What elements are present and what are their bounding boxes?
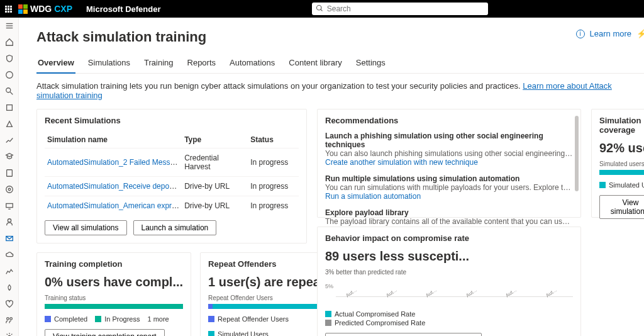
intro-text: Attack simulation training lets you run … bbox=[36, 81, 644, 100]
actions-icon[interactable] bbox=[4, 103, 14, 112]
hunting-icon[interactable] bbox=[4, 87, 14, 96]
brand-text-2: CXP bbox=[54, 4, 72, 14]
sim-link[interactable]: AutomatedSimulation_2 Failed Messages bbox=[47, 158, 182, 167]
recommendations-card: Recommendations Launch a phishing simula… bbox=[317, 109, 581, 218]
cloud-icon[interactable] bbox=[4, 250, 14, 259]
tab-reports[interactable]: Reports bbox=[186, 54, 218, 73]
learn-more-link[interactable]: Learn more bbox=[590, 29, 631, 38]
microsoft-logo-icon bbox=[18, 4, 28, 14]
chart-label: Simulated users bbox=[599, 160, 644, 167]
svg-point-5 bbox=[6, 72, 13, 79]
menu-icon[interactable] bbox=[4, 21, 14, 30]
view-training-report-button[interactable]: View training completion report bbox=[45, 329, 165, 336]
recommendation-item: Launch a phishing simulation using other… bbox=[325, 132, 573, 167]
sim-link[interactable]: AutomatedSimulation_American express pas… bbox=[47, 201, 182, 210]
assets-icon[interactable] bbox=[4, 185, 14, 194]
lightning-icon[interactable]: ⚡ bbox=[636, 29, 644, 38]
card-title: Training completion bbox=[45, 259, 183, 269]
svg-point-10 bbox=[6, 186, 13, 193]
page-title: Attack simulation training bbox=[36, 29, 644, 45]
settings-icon[interactable] bbox=[4, 332, 14, 336]
card-title: Simulation coverage bbox=[599, 116, 644, 135]
training-bar-chart bbox=[45, 304, 183, 309]
reports-icon[interactable] bbox=[4, 267, 14, 276]
behavior-line-chart bbox=[336, 279, 573, 297]
legend-item: Simulated Users bbox=[208, 330, 269, 336]
tab-training[interactable]: Training bbox=[143, 54, 174, 73]
svg-point-0 bbox=[316, 6, 321, 11]
tab-simulations[interactable]: Simulations bbox=[87, 54, 131, 73]
rec-link[interactable]: Create another simulation with new techn… bbox=[325, 158, 573, 167]
left-nav-rail bbox=[0, 18, 19, 336]
view-all-simulations-button[interactable]: View all simulations bbox=[45, 220, 127, 235]
chart-label: Training status bbox=[45, 294, 183, 301]
tab-content-library[interactable]: Content library bbox=[287, 54, 343, 73]
home-icon[interactable] bbox=[4, 38, 14, 47]
health-icon[interactable] bbox=[4, 300, 14, 308]
tab-settings[interactable]: Settings bbox=[355, 54, 387, 73]
svg-point-16 bbox=[6, 318, 9, 320]
legend-item: Repeat Offender Users bbox=[208, 315, 289, 323]
card-title: Recommendations bbox=[325, 116, 573, 125]
legend-item: Actual Compromised Rate bbox=[325, 310, 573, 318]
alert-icon[interactable] bbox=[4, 70, 14, 79]
score-icon[interactable] bbox=[4, 136, 14, 145]
coverage-bar-chart bbox=[599, 170, 644, 175]
legend-item: Predicted Compromised Rate bbox=[325, 319, 573, 327]
tab-overview[interactable]: Overview bbox=[36, 54, 75, 74]
simulation-coverage-card: Simulation coverage 92% users Simulated … bbox=[591, 109, 644, 218]
legend-item: Completed bbox=[45, 315, 87, 323]
app-name: Microsoft Defender bbox=[86, 4, 160, 14]
svg-point-11 bbox=[8, 188, 11, 191]
y-axis-label: 5% bbox=[325, 278, 333, 289]
info-icon: i bbox=[576, 30, 585, 38]
recent-simulations-card: Recent Simulations Simulation name Type … bbox=[36, 109, 307, 244]
metric-headline: 0% users have compl... bbox=[45, 275, 183, 289]
recent-simulations-table: Simulation name Type Status AutomatedSim… bbox=[45, 132, 299, 215]
legend-more[interactable]: 1 more bbox=[147, 315, 169, 323]
recommendation-item: Run multiple simulations using simulatio… bbox=[325, 174, 573, 201]
search-input[interactable] bbox=[312, 3, 488, 15]
audit-icon[interactable] bbox=[4, 283, 14, 292]
tabs: Overview Simulations Training Reports Au… bbox=[36, 54, 644, 74]
table-row[interactable]: AutomatedSimulation_2 Failed MessagesCre… bbox=[45, 148, 299, 177]
svg-rect-8 bbox=[6, 105, 12, 111]
svg-point-17 bbox=[9, 318, 12, 320]
metric-headline: 92% users bbox=[599, 141, 644, 155]
brand-text: WDG bbox=[30, 4, 52, 14]
col-name: Simulation name bbox=[45, 132, 182, 148]
svg-line-1 bbox=[321, 9, 322, 11]
email-icon[interactable] bbox=[4, 234, 14, 243]
identities-icon[interactable] bbox=[4, 218, 14, 227]
learning-icon[interactable] bbox=[4, 152, 14, 161]
svg-line-7 bbox=[9, 92, 12, 94]
view-coverage-button[interactable]: View simulation c bbox=[599, 195, 644, 219]
search-icon bbox=[316, 4, 323, 14]
chart-sub: 3% better than predicted rate bbox=[325, 269, 573, 276]
view-efficacy-report-button[interactable]: View simulations and training efficacy r… bbox=[325, 333, 482, 336]
threat-icon[interactable] bbox=[4, 120, 14, 128]
scrollbar[interactable] bbox=[575, 116, 579, 191]
col-type: Type bbox=[182, 132, 248, 148]
endpoints-icon[interactable] bbox=[4, 201, 14, 210]
table-row[interactable]: AutomatedSimulation_American express pas… bbox=[45, 196, 299, 216]
svg-point-6 bbox=[6, 88, 10, 92]
shield-icon[interactable] bbox=[4, 54, 14, 63]
col-status: Status bbox=[248, 132, 299, 148]
permissions-icon[interactable] bbox=[4, 316, 14, 325]
app-launcher-icon[interactable] bbox=[5, 6, 12, 13]
card-title: Recent Simulations bbox=[45, 116, 299, 125]
brand: WDGCXP bbox=[18, 4, 72, 14]
launch-simulation-button[interactable]: Launch a simulation bbox=[133, 220, 217, 235]
card-title: Behavior impact on compromise rate bbox=[325, 233, 573, 243]
sim-link[interactable]: AutomatedSimulation_Receive deposit for … bbox=[47, 182, 182, 191]
trials-icon[interactable] bbox=[4, 169, 14, 177]
table-row[interactable]: AutomatedSimulation_Receive deposit for … bbox=[45, 177, 299, 196]
metric-headline: 89 users less suscepti... bbox=[325, 249, 573, 264]
tab-automations[interactable]: Automations bbox=[228, 54, 276, 73]
rec-link[interactable]: Run a simulation automation bbox=[325, 192, 573, 201]
behavior-impact-card: Behavior impact on compromise rate 89 us… bbox=[317, 227, 581, 336]
svg-point-14 bbox=[8, 219, 11, 222]
legend-item: In Progress bbox=[95, 315, 140, 323]
x-axis-labels: Aut...Aut...Aut...Aut...Aut...Aut... bbox=[336, 301, 573, 306]
